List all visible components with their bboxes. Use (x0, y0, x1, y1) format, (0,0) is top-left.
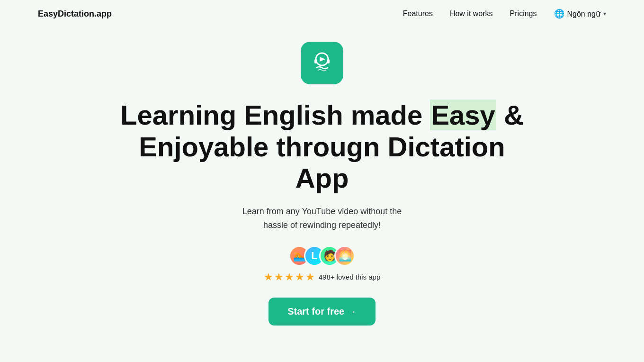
avatars-group: 🏊 L 🧑 🌅 (289, 245, 355, 266)
cta-label: Start for free → (287, 306, 357, 317)
language-icon: 🌐 (554, 9, 564, 19)
nav-link-features[interactable]: Features (403, 9, 433, 18)
nav-link-how-it-works[interactable]: How it works (450, 9, 493, 18)
star-1: ★ (264, 271, 273, 283)
star-3: ★ (285, 271, 294, 283)
svg-rect-2 (327, 59, 330, 63)
star-2: ★ (274, 271, 284, 283)
hero-section: Learning English made Easy & Enjoyable t… (0, 27, 644, 354)
headline-wrapper: Learning English made Easy & Enjoyable t… (118, 100, 526, 194)
nav-link-pricings[interactable]: Pricings (510, 9, 537, 18)
star-4: ★ (295, 271, 304, 283)
nav-links: Features How it works Pricings 🌐 Ngôn ng… (403, 9, 606, 19)
rating-text: 498+ loved this app (319, 273, 381, 281)
svg-rect-1 (314, 59, 317, 63)
star-5: ★ (305, 271, 315, 283)
rating-row: ★ ★ ★ ★ ★ 498+ loved this app (264, 271, 381, 283)
social-proof: 🏊 L 🧑 🌅 ★ ★ ★ ★ ★ 498+ loved this app (264, 245, 381, 283)
navbar: EasyDictation.app Features How it works … (0, 0, 644, 27)
start-for-free-button[interactable]: Start for free → (268, 298, 376, 326)
nav-logo[interactable]: EasyDictation.app (38, 9, 112, 19)
app-icon-svg (308, 49, 336, 77)
avatar: 🌅 (334, 245, 355, 266)
language-label: Ngôn ngữ (567, 9, 601, 18)
svg-marker-3 (320, 57, 325, 62)
app-icon (301, 42, 343, 84)
subheadline: Learn from any YouTube video without the… (242, 205, 402, 232)
stars: ★ ★ ★ ★ ★ (264, 271, 315, 283)
language-selector[interactable]: 🌐 Ngôn ngữ ▾ (554, 9, 607, 19)
headline: Learning English made Easy & Enjoyable t… (118, 100, 526, 194)
chevron-down-icon: ▾ (603, 10, 606, 17)
